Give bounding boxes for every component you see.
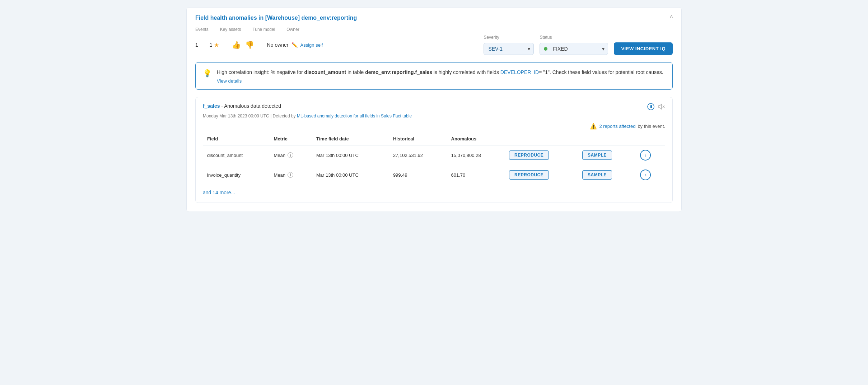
cell-time-1: Mar 13th 00:00 UTC (312, 165, 389, 185)
col-metric: Metric (270, 133, 312, 145)
col-sample (578, 133, 636, 145)
warning-icon: ⚠️ (590, 123, 597, 130)
cell-reproduce-1: REPRODUCE (505, 165, 578, 185)
thumbs-down-button[interactable]: 👎 (244, 40, 256, 50)
owner-value: No owner (267, 42, 289, 48)
event-title: f_sales - Anomalous data detected (203, 103, 281, 109)
status-dropdown-field: Status FIXED OPEN ACKNOWLEDGED (540, 35, 608, 55)
cell-field-0: discount_amount (203, 145, 270, 165)
insight-text: High correlation insight: % negative for… (217, 69, 663, 75)
insight-content: High correlation insight: % negative for… (217, 68, 663, 84)
col-anomalous: Anomalous (447, 133, 505, 145)
col-field: Field (203, 133, 270, 145)
svg-rect-2 (651, 105, 652, 108)
insight-table-bold: demo_env:reporting.f_sales (365, 69, 432, 75)
view-details-link[interactable]: View details (217, 78, 663, 84)
severity-dropdown-field: Severity SEV-1 SEV-2 SEV-3 (484, 35, 534, 55)
f-sales-link[interactable]: f_sales (203, 103, 220, 109)
event-subtitle: Monday Mar 13th 2023 00:00 UTC | Detecte… (203, 113, 665, 119)
header-row: Field health anomalies in [Warehouse] de… (195, 15, 673, 21)
ml-detection-link[interactable]: ML-based anomaly detection for all field… (297, 113, 412, 119)
pause-button[interactable] (647, 103, 654, 112)
reports-badge: ⚠️ 2 reports affected by this event. (590, 123, 665, 130)
events-label: Events (195, 27, 209, 32)
event-card: f_sales - Anomalous data detected (195, 97, 673, 203)
tune-model-buttons: 👍 👎 (230, 40, 256, 50)
cell-metric-0: Mean i (270, 145, 312, 165)
svg-rect-1 (650, 105, 651, 108)
collapse-button[interactable]: ^ (670, 15, 673, 21)
tune-model-label: Tune model (252, 27, 275, 32)
col-arrow (636, 133, 665, 145)
severity-label: Severity (484, 35, 534, 40)
owner-section: No owner ✏️ Assign self (267, 42, 323, 48)
events-value: 1 (195, 42, 198, 48)
severity-wrapper: SEV-1 SEV-2 SEV-3 (484, 43, 534, 55)
cell-arrow-1: › (636, 165, 665, 185)
arrow-button-0[interactable]: › (640, 150, 651, 161)
page-title[interactable]: Field health anomalies in [Warehouse] de… (195, 15, 357, 21)
cell-arrow-0: › (636, 145, 665, 165)
reproduce-button-0[interactable]: REPRODUCE (509, 150, 549, 160)
info-icon-1[interactable]: i (288, 172, 293, 178)
star-icon: ★ (214, 42, 219, 48)
table-row: discount_amount Mean i Mar 13th 00:00 UT… (203, 145, 665, 165)
main-card: Field health anomalies in [Warehouse] de… (186, 7, 682, 212)
cell-anomalous-0: 15,070,800.28 (447, 145, 505, 165)
cell-sample-0: SAMPLE (578, 145, 636, 165)
developer-id-link[interactable]: DEVELOPER_ID (500, 69, 539, 75)
svg-point-0 (648, 103, 654, 110)
info-icon-0[interactable]: i (288, 152, 293, 158)
thumbs-up-button[interactable]: 👍 (230, 40, 242, 50)
event-title-suffix: - Anomalous data detected (220, 103, 281, 109)
insight-box: 💡 High correlation insight: % negative f… (195, 62, 673, 90)
arrow-button-1[interactable]: › (640, 170, 651, 180)
anomaly-table: Field Metric Time field date Historical … (203, 133, 665, 185)
status-label: Status (540, 35, 608, 40)
cell-historical-1: 999.49 (389, 165, 447, 185)
view-incident-iq-button[interactable]: VIEW INCIDENT IQ (614, 42, 673, 55)
assign-self-link[interactable]: Assign self (300, 42, 323, 48)
meta-labels-row: Events Key assets Tune model Owner (195, 27, 673, 33)
cell-historical-0: 27,102,531.62 (389, 145, 447, 165)
reports-affected-link[interactable]: 2 reports affected (599, 124, 635, 129)
cell-anomalous-1: 601.70 (447, 165, 505, 185)
key-assets-value: 1 ★ (210, 42, 219, 48)
reproduce-button-1[interactable]: REPRODUCE (509, 170, 549, 180)
event-header: f_sales - Anomalous data detected (203, 103, 665, 112)
table-header-row: Field Metric Time field date Historical … (203, 133, 665, 145)
right-controls: Severity SEV-1 SEV-2 SEV-3 Status FIXED … (484, 35, 673, 55)
edit-icon: ✏️ (291, 42, 298, 48)
col-reproduce (505, 133, 578, 145)
owner-label: Owner (286, 27, 299, 32)
severity-select[interactable]: SEV-1 SEV-2 SEV-3 (484, 43, 534, 55)
event-icons (647, 103, 665, 112)
insight-field-bold: discount_amount (304, 69, 346, 75)
cell-field-1: invoice_quantity (203, 165, 270, 185)
table-row: invoice_quantity Mean i Mar 13th 00:00 U… (203, 165, 665, 185)
mute-button[interactable] (658, 103, 665, 112)
cell-time-0: Mar 13th 00:00 UTC (312, 145, 389, 165)
cell-reproduce-0: REPRODUCE (505, 145, 578, 165)
status-select[interactable]: FIXED OPEN ACKNOWLEDGED (540, 43, 608, 55)
lightbulb-icon: 💡 (203, 69, 212, 78)
more-link[interactable]: and 14 more... (203, 190, 665, 195)
col-time: Time field date (312, 133, 389, 145)
key-assets-label: Key assets (220, 27, 241, 32)
reports-badge-row: ⚠️ 2 reports affected by this event. (203, 123, 665, 130)
meta-values-row: 1 1 ★ 👍 👎 No owner ✏️ Assign self Severi… (195, 35, 673, 55)
col-historical: Historical (389, 133, 447, 145)
cell-metric-1: Mean i (270, 165, 312, 185)
sample-button-1[interactable]: SAMPLE (582, 170, 612, 180)
status-wrapper: FIXED OPEN ACKNOWLEDGED (540, 43, 608, 55)
cell-sample-1: SAMPLE (578, 165, 636, 185)
sample-button-0[interactable]: SAMPLE (582, 150, 612, 160)
